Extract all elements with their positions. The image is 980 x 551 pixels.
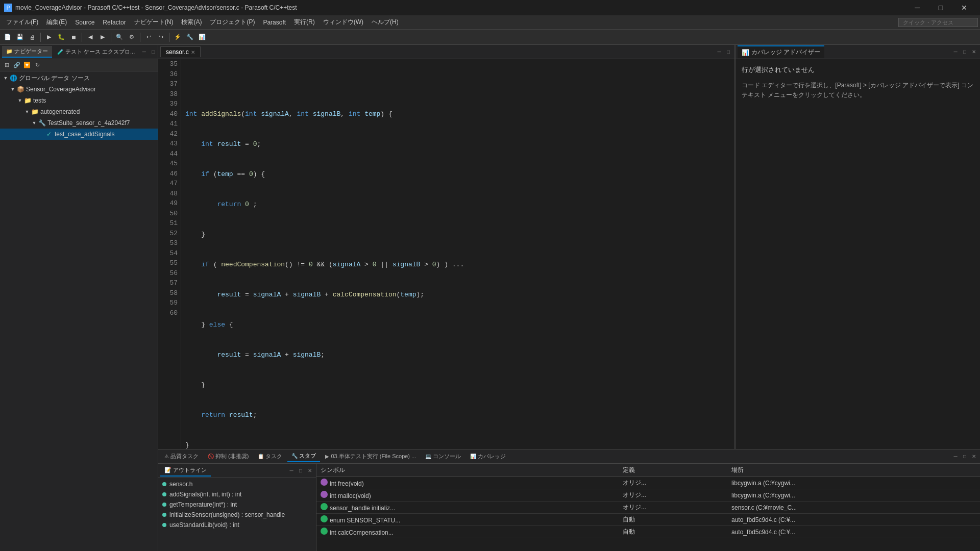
line-numbers: 35 36 37 38 39 40 41 42 43 44 45 46	[158, 59, 181, 449]
tab-coverage[interactable]: 📊 カバレッジ	[466, 450, 510, 462]
tree-item-testcase-addsignals[interactable]: ✓ test_case_addSignals	[0, 129, 158, 140]
bottom-panel-maximize[interactable]: □	[961, 453, 969, 461]
menu-project[interactable]: プロジェクト(P)	[206, 16, 259, 29]
menu-source[interactable]: Source	[71, 17, 99, 28]
menu-edit[interactable]: 編集(E)	[42, 16, 71, 29]
arrow-testsuite[interactable]: ▼	[31, 119, 38, 127]
bottom-panel-close[interactable]: ✕	[970, 453, 978, 461]
code-panel-minimize[interactable]: ─	[715, 48, 723, 56]
test-explorer-tab[interactable]: 🧪 テスト ケース エクスプロ...	[53, 46, 139, 57]
stub-row-calccomp[interactable]: int calcCompensation... 自動 auto_fbd5c9d4…	[316, 526, 980, 538]
outline-item-sensorh[interactable]: sensor.h	[158, 479, 316, 489]
tree-item-global[interactable]: ▼ 🌐 グローバル データ ソース	[0, 72, 158, 84]
sync-button[interactable]: ↻	[33, 61, 42, 70]
code-panel-maximize[interactable]: □	[724, 48, 732, 56]
stub-row-sensor-status[interactable]: enum SENSOR_STATU... 自動 auto_fbd5c9d4.c …	[316, 514, 980, 526]
search-button[interactable]: 🔍	[114, 32, 125, 43]
link-editor-button[interactable]: 🔗	[12, 61, 21, 70]
outline-close[interactable]: ✕	[306, 467, 314, 475]
arrow-autogenerated[interactable]: ▼	[23, 108, 31, 115]
advisor-minimize[interactable]: ─	[951, 48, 960, 56]
close-button[interactable]: ✕	[952, 0, 976, 15]
code-editor[interactable]: 35 36 37 38 39 40 41 42 43 44 45 46	[158, 59, 734, 449]
tab-task[interactable]: 📋 タスク	[254, 450, 286, 462]
code-tab-close[interactable]: ✕	[191, 49, 195, 55]
debug-button[interactable]: 🐛	[56, 32, 67, 43]
settings-button[interactable]: ⚙	[126, 32, 137, 43]
back-button[interactable]: ◀	[85, 32, 96, 43]
stub-symbol-calccomp: int calcCompensation...	[316, 526, 619, 538]
icon-testcase: ✓	[45, 130, 53, 138]
menu-refactor[interactable]: Refactor	[99, 17, 130, 28]
menu-run[interactable]: 実行(R)	[290, 16, 319, 29]
tab-console[interactable]: 💻 コンソール	[421, 450, 465, 462]
toolbar-sep5	[169, 33, 169, 42]
menu-file[interactable]: ファイル(F)	[2, 16, 42, 29]
parasoft-btn1[interactable]: ⚡	[172, 32, 183, 43]
left-panel: 📁 ナビゲーター 🧪 テスト ケース エクスプロ... ─ □ ✕ ⊞ 🔗 🔽 …	[0, 45, 158, 551]
menu-parasoft[interactable]: Parasoft	[259, 17, 290, 28]
quick-access-input[interactable]	[898, 18, 978, 27]
stub-row-malloc[interactable]: int malloc(void) オリジ... libcygwin.a (C:¥…	[316, 489, 980, 502]
undo-button[interactable]: ↩	[143, 32, 154, 43]
linenum-40: 40	[161, 109, 178, 119]
arrow-sensor-advisor[interactable]: ▼	[9, 86, 16, 93]
test-run-icon: ▶	[325, 454, 329, 459]
code-tab-sensorc[interactable]: sensor.c ✕	[160, 46, 201, 57]
advisor-maximize[interactable]: □	[961, 48, 969, 56]
forward-button[interactable]: ▶	[97, 32, 108, 43]
collapse-all-button[interactable]: ⊞	[2, 61, 11, 70]
outline-item-gettemperature[interactable]: getTemperature(int*) : int	[158, 499, 316, 510]
navigator-tree: ▼ 🌐 グローバル データ ソース ▼ 📦 Sensor_CoverageAdv…	[0, 71, 158, 551]
tab-test-run[interactable]: ▶ 03.単体テスト実行 (File Scope) ...	[321, 450, 420, 462]
menu-navigate[interactable]: ナビゲート(N)	[130, 16, 178, 29]
stub-row-free[interactable]: int free(void) オリジ... libcygwin.a (C:¥cy…	[316, 477, 980, 489]
filter-button[interactable]: 🔽	[22, 61, 32, 70]
tab-quality-task[interactable]: ⚠ 品質タスク	[160, 450, 203, 462]
linenum-42: 42	[161, 129, 178, 139]
arrow-global[interactable]: ▼	[2, 74, 9, 82]
bottom-panel-minimize[interactable]: ─	[951, 453, 960, 461]
arrow-tests[interactable]: ▼	[16, 97, 23, 104]
tree-item-tests[interactable]: ▼ 📁 tests	[0, 95, 158, 106]
navigator-tab[interactable]: 📁 ナビゲーター	[2, 46, 52, 58]
tree-item-autogenerated[interactable]: ▼ 📁 autogenerated	[0, 106, 158, 117]
menu-help[interactable]: ヘルプ(H)	[368, 16, 403, 29]
outline-item-usestdlib[interactable]: useStandardLib(void) : int	[158, 520, 316, 530]
outline-item-addsignals[interactable]: addSignals(int, int, int) : int	[158, 489, 316, 499]
tab-suppress[interactable]: 🚫 抑制 (非推奨)	[204, 450, 253, 462]
menu-window[interactable]: ウィンドウ(W)	[319, 16, 368, 29]
advisor-tab[interactable]: 📊 カバレッジ アドバイザー	[738, 45, 824, 58]
outline-maximize[interactable]: □	[297, 467, 305, 475]
window-controls[interactable]: ─ □ ✕	[905, 0, 976, 15]
left-panel-maximize[interactable]: □	[149, 48, 157, 56]
print-button[interactable]: 🖨	[27, 32, 38, 43]
left-panel-minimize[interactable]: ─	[140, 48, 148, 56]
save-button[interactable]: 💾	[14, 32, 26, 43]
outline-label: アウトライン	[173, 466, 207, 474]
advisor-close[interactable]: ✕	[970, 48, 978, 56]
tree-item-testsuite[interactable]: ▼ 🔧 TestSuite_sensor_c_4a2042f7	[0, 117, 158, 129]
label-testcase-addsignals: test_case_addSignals	[55, 131, 114, 138]
linenum-50: 50	[161, 209, 178, 219]
main-toolbar: 📄 💾 🖨 ▶ 🐛 ⏹ ◀ ▶ 🔍 ⚙ ↩ ↪ ⚡ 🔧 📊	[0, 30, 980, 45]
maximize-button[interactable]: □	[929, 0, 952, 15]
outline-item-initsensor[interactable]: initializeSensor(unsigned) : sensor_hand…	[158, 510, 316, 520]
minimize-button[interactable]: ─	[905, 0, 929, 15]
icon-tests: 📁	[23, 96, 32, 105]
menu-search[interactable]: 検索(A)	[177, 16, 206, 29]
tab-stubs[interactable]: 🔧 スタブ	[287, 450, 320, 462]
bottom-content: 📝 アウトライン ─ □ ✕ s	[158, 464, 980, 551]
tree-item-sensor-advisor[interactable]: ▼ 📦 Sensor_CoverageAdvisor	[0, 84, 158, 95]
test-explorer-label: テスト ケース エクスプロ...	[65, 48, 135, 56]
run-button[interactable]: ▶	[43, 32, 55, 43]
new-button[interactable]: 📄	[2, 32, 13, 43]
redo-button[interactable]: ↪	[155, 32, 166, 43]
linenum-37: 37	[161, 79, 178, 89]
outline-tab[interactable]: 📝 アウトライン	[160, 465, 211, 477]
parasoft-btn3[interactable]: 📊	[197, 32, 208, 43]
stop-button[interactable]: ⏹	[68, 32, 79, 43]
parasoft-btn2[interactable]: 🔧	[184, 32, 195, 43]
outline-minimize[interactable]: ─	[287, 467, 296, 475]
stub-row-initsensor[interactable]: sensor_handle initializ... オリジ... sensor…	[316, 502, 980, 514]
